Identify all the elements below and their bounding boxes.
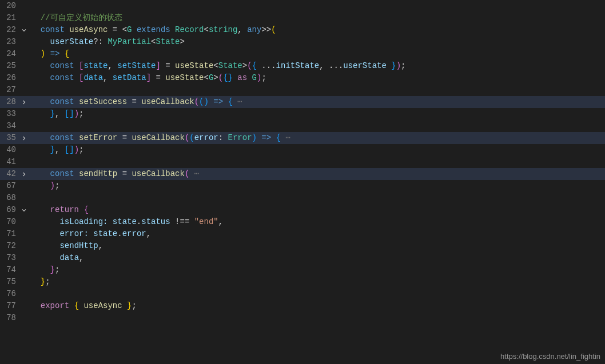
code-line[interactable]: 27: [0, 84, 605, 96]
token: [271, 133, 276, 142]
code-line[interactable]: 78: [0, 312, 605, 324]
code-content[interactable]: const [data, setData] = useState<G>({} a…: [29, 72, 605, 84]
code-content[interactable]: //可自定义初始的状态: [29, 12, 605, 24]
token: {: [65, 49, 69, 58]
code-content[interactable]: [29, 156, 605, 168]
code-line[interactable]: 70 isLoading: state.status !== "end",: [0, 216, 605, 228]
code-content[interactable]: error: state.error,: [29, 228, 605, 240]
token: {}: [223, 73, 233, 82]
code-line[interactable]: 68: [0, 192, 605, 204]
token: [74, 61, 79, 70]
fold-collapsed-icon[interactable]: [19, 168, 29, 180]
line-number: 74: [0, 264, 19, 276]
token: ,: [237, 25, 247, 34]
fold-collapsed-icon[interactable]: [19, 132, 29, 144]
code-content[interactable]: );: [29, 180, 605, 192]
code-line[interactable]: 28 const setSuccess = useCallback(() => …: [0, 96, 605, 108]
token: []: [65, 109, 74, 118]
code-line[interactable]: 67 );: [0, 180, 605, 192]
code-line[interactable]: 76: [0, 288, 605, 300]
code-line[interactable]: 41: [0, 156, 605, 168]
code-content[interactable]: export { useAsync };: [29, 300, 605, 312]
token: =: [117, 169, 132, 178]
code-line[interactable]: 21 //可自定义初始的状态: [0, 12, 605, 24]
code-line[interactable]: 77 export { useAsync };: [0, 300, 605, 312]
fold-gutter: [19, 252, 29, 264]
code-line[interactable]: 42 const sendHttp = useCallback( ⋯: [0, 168, 605, 180]
token: [45, 49, 50, 58]
token: =: [161, 61, 175, 70]
code-content[interactable]: userState?: MyPartial<State>: [29, 36, 605, 48]
code-line[interactable]: 22 const useAsync = <G extends Record<st…: [0, 24, 605, 36]
token: (: [189, 133, 194, 142]
token: [247, 73, 252, 82]
code-line[interactable]: 23 userState?: MyPartial<State>: [0, 36, 605, 48]
code-line[interactable]: 33 }, []);: [0, 108, 605, 120]
token: [31, 265, 50, 274]
code-line[interactable]: 75 };: [0, 276, 605, 288]
token: {: [252, 61, 257, 70]
code-line[interactable]: 20: [0, 0, 605, 12]
token: [31, 205, 50, 214]
line-number: 21: [0, 12, 19, 24]
code-content[interactable]: [29, 312, 605, 324]
code-line[interactable]: 26 const [data, setData] = useState<G>({…: [0, 72, 605, 84]
code-line[interactable]: 74 };: [0, 264, 605, 276]
token: //可自定义初始的状态: [41, 13, 122, 22]
token: >: [213, 73, 218, 82]
code-line[interactable]: 24 ) => {: [0, 48, 605, 60]
code-content[interactable]: }, []);: [29, 144, 605, 156]
code-content[interactable]: const useAsync = <G extends Record<strin…: [29, 24, 605, 36]
line-number: 71: [0, 228, 19, 240]
code-content[interactable]: }, []);: [29, 108, 605, 120]
token: ⋯: [189, 169, 199, 178]
code-editor[interactable]: 2021 //可自定义初始的状态22 const useAsync = <G e…: [0, 0, 605, 364]
fold-gutter: [19, 144, 29, 156]
token: , ...: [319, 61, 343, 70]
token: =: [127, 97, 141, 106]
code-content[interactable]: ) => {: [29, 48, 605, 60]
code-line[interactable]: 34: [0, 120, 605, 132]
fold-expanded-icon[interactable]: [19, 204, 29, 216]
code-content[interactable]: const sendHttp = useCallback( ⋯: [29, 168, 605, 180]
code-content[interactable]: const [state, setState] = useState<State…: [29, 60, 605, 72]
token: }: [41, 277, 45, 286]
code-content[interactable]: [29, 192, 605, 204]
code-line[interactable]: 72 sendHttp,: [0, 240, 605, 252]
code-content[interactable]: const setError = useCallback((error: Err…: [29, 132, 605, 144]
line-number: 33: [0, 108, 19, 120]
code-line[interactable]: 73 data,: [0, 252, 605, 264]
code-line[interactable]: 25 const [state, setState] = useState<St…: [0, 60, 605, 72]
code-content[interactable]: isLoading: state.status !== "end",: [29, 216, 605, 228]
code-content[interactable]: };: [29, 276, 605, 288]
token: setSuccess: [79, 97, 127, 106]
code-content[interactable]: [29, 120, 605, 132]
token: error:: [59, 229, 88, 238]
code-content[interactable]: [29, 84, 605, 96]
line-number: 72: [0, 240, 19, 252]
code-line[interactable]: 40 }, []);: [0, 144, 605, 156]
fold-expanded-icon[interactable]: [19, 24, 29, 36]
code-content[interactable]: };: [29, 264, 605, 276]
code-line[interactable]: 35 const setError = useCallback((error: …: [0, 132, 605, 144]
fold-gutter: [19, 288, 29, 300]
code-content[interactable]: sendHttp,: [29, 240, 605, 252]
fold-collapsed-icon[interactable]: [19, 96, 29, 108]
code-content[interactable]: data,: [29, 252, 605, 264]
code-line[interactable]: 69 return {: [0, 204, 605, 216]
code-line[interactable]: 71 error: state.error,: [0, 228, 605, 240]
code-content[interactable]: [29, 0, 605, 12]
token: [31, 25, 41, 34]
code-content[interactable]: [29, 288, 605, 300]
token: [31, 145, 50, 154]
code-content[interactable]: return {: [29, 204, 605, 216]
token: useCallback: [141, 97, 194, 106]
token: state: [83, 61, 108, 70]
fold-gutter: [19, 84, 29, 96]
code-content[interactable]: const setSuccess = useCallback(() => { ⋯: [29, 96, 605, 108]
token: <: [122, 25, 127, 34]
token: MyPartial: [108, 37, 151, 46]
token: [31, 169, 50, 178]
token: }: [50, 145, 55, 154]
token: ,: [98, 241, 103, 250]
